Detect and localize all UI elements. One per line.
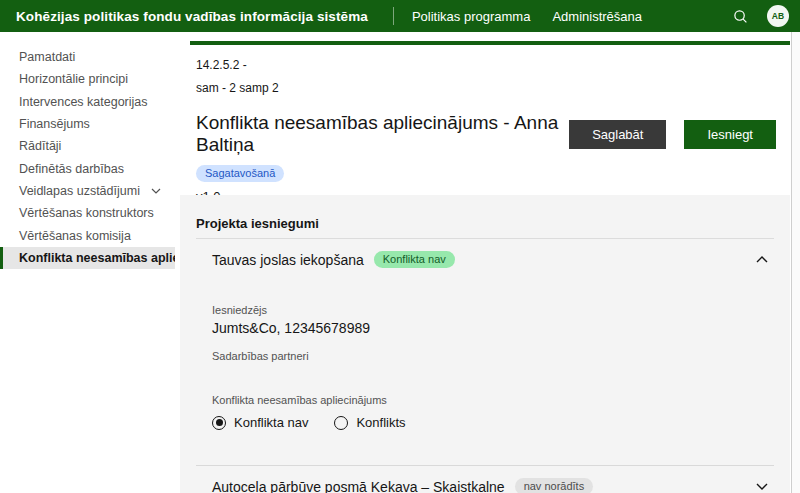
chevron-down-icon <box>151 188 161 194</box>
accordion-header-autocela-parbuve[interactable]: Autoceļa pārbūve posmā Ķekava – Skaistka… <box>212 478 774 493</box>
conflict-status-badge: Konflikta nav <box>374 251 455 268</box>
program-meta: 14.2.5.2 - sam - 2 samp 2 <box>196 58 770 95</box>
submitter-value: Jumts&Co, 12345678989 <box>212 320 774 336</box>
program-subcode: sam - 2 samp 2 <box>196 81 770 95</box>
section-divider <box>196 465 774 466</box>
sidebar-item-label: Horizontālie principi <box>19 72 128 86</box>
submitter-label: Iesniedzējs <box>212 304 774 316</box>
header-actions: AB <box>728 4 800 28</box>
conflict-status-badge: nav norādīts <box>515 478 594 493</box>
sidebar-item-label: Veidlapas uzstādījumi <box>19 184 140 198</box>
program-code: 14.2.5.2 - <box>196 58 770 72</box>
sidebar-item-finansejums[interactable]: Finansējums <box>0 113 175 135</box>
sidebar-item-vertesanas-komisija[interactable]: Vērtēšanas komisija <box>0 224 175 246</box>
chevron-up-icon[interactable] <box>756 256 768 263</box>
main-content: 14.2.5.2 - sam - 2 samp 2 Konflikta nees… <box>175 32 791 493</box>
sidebar-item-label: Finansējums <box>19 117 90 131</box>
app-header: Kohēzijas politikas fondu vadības inform… <box>0 0 800 32</box>
sidebar-item-label: Intervences kategorijas <box>19 95 148 109</box>
chevron-down-icon[interactable] <box>756 483 768 490</box>
sidebar-item-definetas-darbibas[interactable]: Definētās darbības <box>0 157 175 179</box>
accordion-header-tauvas-joslas[interactable]: Tauvas joslas iekopšana Konflikta nav <box>212 251 774 268</box>
sidebar-item-vertesanas-konstruktors[interactable]: Vērtēšanas konstruktors <box>0 202 175 224</box>
sidebar-item-raditaji[interactable]: Rādītāji <box>0 135 175 157</box>
sidebar-item-konflikta-neesamibas[interactable]: Konflikta neesamības apliecināj... <box>0 247 175 269</box>
conflict-declaration-label: Konflikta neesamības apliecinājums <box>212 394 774 406</box>
status-badge: Sagatavošanā <box>196 165 284 182</box>
nav-administresana[interactable]: Administrēšana <box>551 9 643 24</box>
radio-label: Konflikta nav <box>234 415 308 430</box>
conflict-radio-group: Konflikta nav Konflikts <box>212 415 774 430</box>
accordion-body: Iesniedzējs Jumts&Co, 12345678989 Sadarb… <box>212 304 774 430</box>
sidebar-item-label: Definētās darbības <box>19 162 124 176</box>
radio-selected-icon[interactable] <box>212 416 226 430</box>
sidebar-item-label: Pamatdati <box>19 50 75 64</box>
radio-option-konflikta-nav[interactable]: Konflikta nav <box>212 415 308 430</box>
sidebar-item-label: Vērtēšanas komisija <box>19 229 131 243</box>
submit-button[interactable]: Iesniegt <box>684 120 776 149</box>
sidebar-item-veidlapas-uzstadijumi[interactable]: Veidlapas uzstādījumi <box>0 180 175 202</box>
radio-unselected-icon[interactable] <box>334 416 348 430</box>
panel-heading: Projekta iesniegumi <box>196 217 774 239</box>
header-divider <box>393 7 394 25</box>
partners-label: Sadarbības partneri <box>212 350 774 362</box>
accordion-title: Autoceļa pārbūve posmā Ķekava – Skaistka… <box>212 479 505 493</box>
title-row: Konflikta neesamības apliecinājums - Ann… <box>196 112 776 156</box>
sidebar-item-label: Vērtēšanas konstruktors <box>19 206 154 220</box>
accordion-item: Autoceļa pārbūve posmā Ķekava – Skaistka… <box>196 478 774 493</box>
sidebar-item-label: Konflikta neesamības apliecināj... <box>19 251 175 265</box>
nav-politikas-programma[interactable]: Politikas programma <box>411 9 532 24</box>
sidebar-item-intervences-kategorijas[interactable]: Intervences kategorijas <box>0 91 175 113</box>
search-icon[interactable] <box>728 4 752 28</box>
sidebar-item-label: Rādītāji <box>19 139 61 153</box>
radio-option-konflikts[interactable]: Konflikts <box>334 415 405 430</box>
radio-label: Konflikts <box>356 415 405 430</box>
scrollbar[interactable] <box>791 32 800 493</box>
accordion-item: Tauvas joslas iekopšana Konflikta nav Ie… <box>196 251 774 430</box>
content-top-rule <box>190 41 790 45</box>
avatar[interactable]: AB <box>767 5 789 27</box>
header-nav: Politikas programma Administrēšana <box>411 9 643 24</box>
sidebar: Pamatdati Horizontālie principi Interven… <box>0 32 175 493</box>
page-title: Konflikta neesamības apliecinājums - Ann… <box>196 112 569 156</box>
sidebar-item-pamatdati[interactable]: Pamatdati <box>0 46 175 68</box>
accordion-title: Tauvas joslas iekopšana <box>212 252 364 268</box>
save-button[interactable]: Saglabāt <box>569 120 666 149</box>
project-submissions-panel: Projekta iesniegumi Tauvas joslas iekopš… <box>180 195 790 493</box>
sidebar-item-horizontalie-principi[interactable]: Horizontālie principi <box>0 68 175 90</box>
action-buttons: Saglabāt Iesniegt <box>569 120 776 149</box>
app-title[interactable]: Kohēzijas politikas fondu vadības inform… <box>16 9 368 24</box>
